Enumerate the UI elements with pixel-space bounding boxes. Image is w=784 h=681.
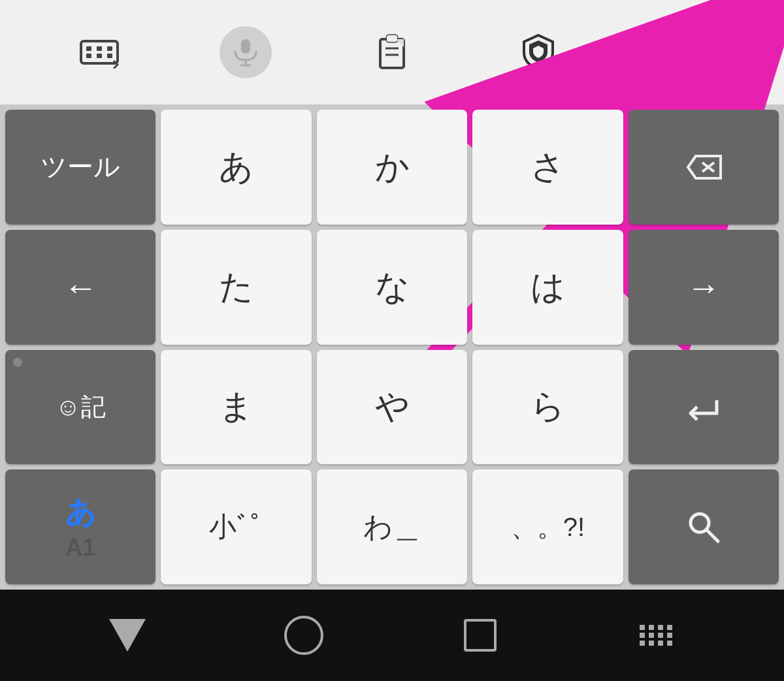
emoji-label: ☺記 [56,390,106,424]
back-triangle-icon [109,619,146,652]
na-label: な [375,264,410,310]
keyboard-grid-icon [640,625,674,646]
ma-key[interactable]: ま [161,350,311,465]
keyboard-row-2: ← た な は → [5,230,779,345]
svg-rect-2 [97,46,102,51]
svg-rect-4 [86,54,91,58]
recents-square-icon [464,619,497,652]
switch-label: あ A1 [65,492,96,562]
ta-label: た [219,264,253,310]
svg-rect-0 [81,41,118,63]
more-dots-label: ... [669,37,700,68]
tools-key[interactable]: ツール [5,110,155,225]
ra-key[interactable]: ら [472,350,623,465]
arrow-right-key[interactable]: → [629,230,779,345]
back-button[interactable] [105,612,150,658]
notification-dot [13,358,22,367]
ta-key[interactable]: た [161,230,311,345]
navigation-bar [0,590,784,681]
arrow-right-label: → [687,268,721,307]
input-switch-key[interactable]: あ A1 [5,469,155,584]
wa-label: わ＿ [363,508,421,546]
home-circle-icon [284,616,323,655]
a-key[interactable]: あ [161,110,311,225]
keyboard-row-4: あ A1 小ﾞﾟ わ＿ 、。?! [5,469,779,584]
svg-rect-1 [86,46,91,51]
mic-icon[interactable] [220,26,272,78]
sa-key[interactable]: さ [472,110,623,225]
punctuation-key[interactable]: 、。?! [472,469,623,584]
a-label: あ [219,144,253,190]
ya-key[interactable]: や [317,350,467,465]
svg-line-21 [706,530,718,541]
svg-rect-6 [107,54,112,58]
svg-rect-12 [387,35,397,42]
modifier-key[interactable]: 小ﾞﾟ [161,469,311,584]
modifier-label: 小ﾞﾟ [209,509,264,545]
toolbar: ... [0,0,784,104]
keyboard-row-1: ツール あ か さ [5,110,779,225]
home-button[interactable] [281,612,327,658]
sa-label: さ [531,144,565,190]
tools-label: ツール [41,149,120,185]
keyboard: ツール あ か さ ← た な は [0,104,784,590]
search-key[interactable] [629,469,779,584]
svg-rect-10 [380,39,404,68]
ka-label: か [375,144,410,190]
emoji-key[interactable]: ☺記 [5,350,155,465]
return-key[interactable] [629,350,779,465]
keyboard-icon[interactable] [73,26,125,78]
na-key[interactable]: な [317,230,467,345]
ma-label: ま [219,384,253,430]
arrow-left-key[interactable]: ← [5,230,155,345]
ka-key[interactable]: か [317,110,467,225]
ra-label: ら [531,384,565,430]
svg-rect-5 [97,54,102,58]
ya-label: や [375,384,410,430]
svg-rect-7 [241,39,250,54]
keyboard-switcher-button[interactable] [634,612,679,658]
more-options-icon[interactable]: ... [659,26,711,78]
ha-key[interactable]: は [472,230,623,345]
keyboard-row-3: ☺記 ま や ら [5,350,779,465]
wa-key[interactable]: わ＿ [317,469,467,584]
svg-rect-3 [107,46,112,51]
punctuation-label: 、。?! [511,509,585,545]
recents-button[interactable] [457,612,503,658]
shield-icon[interactable] [512,26,564,78]
ha-label: は [531,264,565,310]
clipboard-icon[interactable] [366,26,418,78]
backspace-key[interactable] [629,110,779,225]
arrow-left-label: ← [63,268,97,307]
